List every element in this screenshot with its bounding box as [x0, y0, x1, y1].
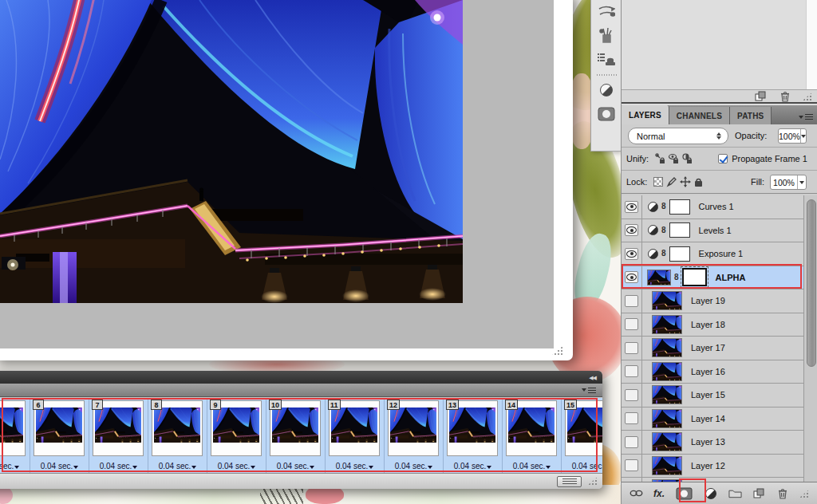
panel-menu-icon[interactable]: [582, 388, 596, 393]
visibility-cell[interactable]: [622, 242, 642, 266]
animation-frame[interactable]: 150.04 sec.: [562, 398, 602, 473]
frame-delay-select[interactable]: 0.04 sec.: [148, 462, 207, 471]
layer-styles-icon[interactable]: fx.: [653, 488, 665, 499]
visibility-toggle-off[interactable]: [625, 412, 638, 424]
layer-row[interactable]: Layer 18: [622, 313, 803, 337]
new-layer-icon[interactable]: [752, 486, 766, 500]
visibility-cell[interactable]: [622, 360, 642, 384]
animation-frame[interactable]: 140.04 sec.: [503, 398, 562, 473]
frame-delay-select[interactable]: 0.04 sec.: [562, 462, 602, 471]
frame-delay-select[interactable]: 0.04 sec.: [385, 462, 443, 471]
frame-delay-select[interactable]: 0.04 sec.: [0, 462, 30, 471]
animation-frame[interactable]: 70.04 sec.: [89, 398, 148, 473]
layers-scrollbar[interactable]: [803, 195, 817, 482]
visibility-cell[interactable]: [622, 289, 642, 313]
adjustment-layer-icon[interactable]: [648, 202, 658, 212]
visibility-cell[interactable]: [622, 219, 642, 242]
new-group-icon[interactable]: [728, 486, 742, 500]
layer-mask-thumbnail[interactable]: [669, 246, 690, 262]
dropdown-caret-icon[interactable]: [797, 175, 806, 189]
visibility-toggle-off[interactable]: [625, 295, 638, 307]
layer-thumbnail[interactable]: [652, 385, 682, 404]
frame-delay-select[interactable]: 0.04 sec.: [503, 462, 561, 471]
clone-source-icon[interactable]: [591, 48, 622, 72]
adjustments-icon[interactable]: [591, 78, 622, 102]
visibility-toggle-off[interactable]: [625, 436, 638, 448]
layer-row[interactable]: 8ALPHA: [622, 266, 803, 290]
trash-icon[interactable]: [778, 89, 791, 103]
lock-position-icon[interactable]: [678, 175, 692, 189]
visibility-cell[interactable]: [622, 337, 642, 360]
layers-scrollbar-thumb[interactable]: [807, 199, 816, 367]
layer-thumbnail[interactable]: [652, 432, 682, 451]
tab-channels[interactable]: CHANNELS: [669, 107, 730, 124]
layer-row[interactable]: 8Exposure 1: [622, 242, 803, 266]
adjustment-layer-icon[interactable]: [648, 225, 658, 235]
propagate-checkbox[interactable]: [718, 154, 728, 163]
blend-mode-select[interactable]: Normal: [628, 128, 728, 144]
animation-frame[interactable]: 110.04 sec.: [326, 398, 385, 473]
frame-delay-select[interactable]: 0.04 sec.: [89, 462, 148, 471]
layer-row[interactable]: Layer 14: [622, 408, 803, 431]
animation-frame[interactable]: 90.04 sec.: [207, 398, 266, 473]
visibility-toggle-off[interactable]: [625, 459, 638, 471]
frame-delay-select[interactable]: 0.04 sec.: [444, 462, 502, 471]
visibility-toggle-off[interactable]: [625, 389, 638, 401]
layer-thumbnail[interactable]: [652, 315, 682, 334]
visibility-toggle[interactable]: [625, 201, 638, 213]
collapse-panel-icon[interactable]: ◀◀: [589, 375, 596, 380]
visibility-cell[interactable]: [622, 384, 642, 407]
tab-layers[interactable]: LAYERS: [622, 105, 669, 124]
visibility-cell[interactable]: [622, 455, 642, 478]
upper-panel-scrollbar[interactable]: [806, 0, 817, 89]
layer-thumbnail[interactable]: [652, 409, 682, 428]
layer-row[interactable]: Layer 19: [622, 289, 803, 313]
link-layers-icon[interactable]: [630, 486, 643, 500]
layer-row[interactable]: Layer 17: [622, 337, 803, 360]
layer-row[interactable]: 8Levels 1: [622, 219, 803, 243]
animation-frame[interactable]: 50.04 sec.: [0, 398, 30, 473]
tool-presets-icon[interactable]: [591, 24, 622, 48]
animation-frame[interactable]: 130.04 sec.: [444, 398, 503, 473]
panel-resize-grip[interactable]: [803, 92, 813, 100]
panel-menu-icon[interactable]: [799, 114, 813, 120]
layer-thumbnail[interactable]: [652, 291, 682, 310]
layer-thumbnail[interactable]: [652, 362, 682, 381]
visibility-toggle-off[interactable]: [625, 342, 638, 354]
frame-delay-select[interactable]: 0.04 sec.: [30, 462, 89, 471]
frame-delay-select[interactable]: 0.04 sec.: [326, 462, 384, 471]
lock-all-icon[interactable]: [692, 175, 705, 189]
layer-thumbnail[interactable]: [647, 270, 671, 285]
animation-frame[interactable]: 100.04 sec.: [266, 398, 326, 473]
layer-thumbnail[interactable]: [652, 456, 682, 475]
frame-delay-select[interactable]: 0.04 sec.: [266, 462, 325, 471]
frame-delay-select[interactable]: 0.04 sec.: [207, 462, 266, 471]
masks-icon[interactable]: [591, 102, 622, 126]
animation-frame[interactable]: 120.04 sec.: [385, 398, 444, 473]
layer-thumbnail[interactable]: [652, 338, 682, 357]
layer-row[interactable]: Layer 12: [622, 455, 803, 478]
convert-to-timeline-button[interactable]: [557, 476, 582, 487]
tab-paths[interactable]: PATHS: [730, 107, 772, 124]
visibility-toggle[interactable]: [625, 224, 638, 236]
layer-row[interactable]: Layer 13: [622, 431, 803, 455]
visibility-toggle-off[interactable]: [625, 365, 638, 377]
panel-resize-grip[interactable]: [799, 489, 810, 498]
layer-row[interactable]: Layer 16: [622, 360, 803, 384]
layer-mask-thumbnail[interactable]: [669, 199, 690, 215]
visibility-toggle-off[interactable]: [625, 318, 638, 330]
new-adjustment-layer-icon[interactable]: [705, 486, 718, 500]
animation-frame[interactable]: 80.04 sec.: [148, 398, 207, 473]
delete-layer-icon[interactable]: [776, 486, 789, 500]
layer-row[interactable]: 8Curves 1: [622, 195, 803, 219]
new-item-icon[interactable]: [753, 89, 767, 103]
layer-row[interactable]: Layer 15: [622, 384, 803, 408]
canvas-image[interactable]: [0, 0, 463, 303]
visibility-toggle[interactable]: [625, 248, 638, 260]
visibility-cell[interactable]: [622, 313, 642, 337]
unify-style-icon[interactable]: [681, 152, 694, 166]
opacity-field[interactable]: 100%: [778, 128, 807, 144]
visibility-cell[interactable]: [622, 195, 642, 219]
animation-frame[interactable]: 60.04 sec.: [30, 398, 89, 473]
unify-visibility-icon[interactable]: [667, 152, 681, 166]
